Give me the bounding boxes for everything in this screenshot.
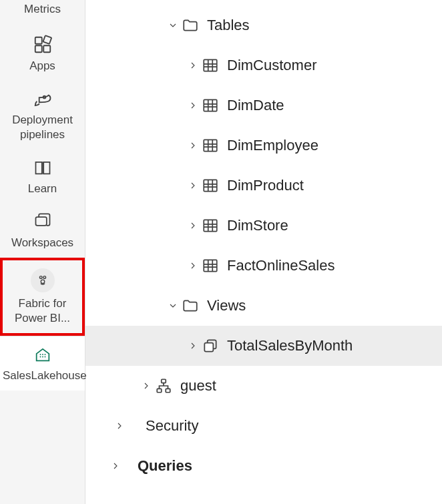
node-label: DimDate xyxy=(227,97,284,114)
sidebar-item-apps[interactable]: Apps xyxy=(0,27,85,81)
svg-rect-19 xyxy=(204,220,217,231)
sidebar-item-metrics[interactable]: Metrics xyxy=(0,0,85,27)
sidebar-item-label: Metrics xyxy=(24,2,61,16)
tree-node-table[interactable]: DimDate xyxy=(85,85,442,125)
svg-rect-20 xyxy=(204,260,217,271)
tree-node-security[interactable]: Security xyxy=(85,406,442,446)
table-icon xyxy=(200,97,220,114)
lakehouse-icon xyxy=(33,344,52,364)
svg-rect-2 xyxy=(43,45,50,52)
sidebar-item-deployment-pipelines[interactable]: Deployment pipelines xyxy=(0,81,85,150)
fabric-icon xyxy=(31,268,55,292)
node-label: FactOnlineSales xyxy=(227,257,335,274)
rocket-icon xyxy=(33,89,53,109)
tree-node-queries[interactable]: Queries xyxy=(85,446,442,486)
sidebar-item-saleslakehouse[interactable]: SalesLakehouse xyxy=(0,336,85,391)
sidebar-item-workspaces[interactable]: Workspaces xyxy=(0,204,85,258)
chevron-right-icon xyxy=(186,140,200,151)
chevron-right-icon xyxy=(186,60,200,71)
svg-rect-0 xyxy=(35,37,41,44)
chevron-right-icon xyxy=(139,381,154,391)
node-label: Views xyxy=(207,297,246,314)
chevron-down-icon xyxy=(166,20,180,31)
chevron-right-icon xyxy=(108,461,123,471)
table-icon xyxy=(200,57,220,74)
sidebar-item-label: Fabric for Power BI... xyxy=(5,296,79,325)
tree-node-table[interactable]: DimProduct xyxy=(85,166,442,206)
svg-point-6 xyxy=(39,276,42,279)
svg-rect-22 xyxy=(204,343,213,352)
tree-node-table[interactable]: DimStore xyxy=(85,206,442,246)
book-icon xyxy=(33,158,53,178)
svg-rect-25 xyxy=(166,389,170,392)
tree-node-tables[interactable]: Tables xyxy=(85,5,442,45)
svg-rect-5 xyxy=(35,217,46,226)
node-label: DimProduct xyxy=(227,177,304,194)
tree-node-view[interactable]: TotalSalesByMonth xyxy=(85,326,442,366)
explorer-tree: Tables DimCustomer DimDate DimEmployee D… xyxy=(85,0,442,504)
table-icon xyxy=(200,217,220,234)
svg-rect-24 xyxy=(157,389,162,392)
apps-icon xyxy=(33,35,53,55)
sidebar: Metrics Apps Deployment pipelines xyxy=(0,0,85,504)
chevron-right-icon xyxy=(186,180,200,191)
tree-node-table[interactable]: DimEmployee xyxy=(85,125,442,166)
chevron-right-icon xyxy=(112,421,127,431)
svg-rect-15 xyxy=(204,59,217,71)
workspaces-icon xyxy=(33,212,53,232)
svg-point-9 xyxy=(39,356,41,357)
svg-rect-17 xyxy=(204,140,217,151)
node-label: DimEmployee xyxy=(227,137,318,154)
folder-icon xyxy=(180,17,200,34)
chevron-right-icon xyxy=(186,340,200,351)
view-icon xyxy=(200,337,220,354)
table-icon xyxy=(200,177,220,194)
svg-point-7 xyxy=(43,276,45,279)
sidebar-item-label: Deployment pipelines xyxy=(3,113,82,142)
sidebar-item-label: Workspaces xyxy=(11,236,73,250)
sidebar-item-learn[interactable]: Learn xyxy=(0,150,85,204)
chevron-right-icon xyxy=(186,100,200,111)
sidebar-item-fabric-power-bi[interactable]: Fabric for Power BI... xyxy=(0,258,85,336)
table-icon xyxy=(200,137,220,154)
svg-rect-23 xyxy=(162,379,166,383)
node-label: Queries xyxy=(138,457,192,475)
svg-rect-16 xyxy=(204,99,217,111)
tree-node-table[interactable]: DimCustomer xyxy=(85,45,442,85)
svg-point-13 xyxy=(42,354,43,355)
node-label: TotalSalesByMonth xyxy=(227,337,353,354)
table-icon xyxy=(200,257,220,274)
node-label: DimStore xyxy=(227,217,288,234)
node-label: DimCustomer xyxy=(227,57,316,74)
tree-node-guest[interactable]: guest xyxy=(85,366,442,406)
svg-point-11 xyxy=(44,356,45,357)
sidebar-item-label: Learn xyxy=(28,182,57,196)
svg-point-12 xyxy=(39,354,41,355)
svg-point-8 xyxy=(41,280,45,284)
chevron-down-icon xyxy=(166,300,180,311)
node-label: Security xyxy=(146,417,198,435)
svg-rect-18 xyxy=(204,180,217,191)
svg-rect-1 xyxy=(35,45,41,52)
node-label: guest xyxy=(180,377,216,395)
folder-icon xyxy=(180,297,200,314)
tree-node-table[interactable]: FactOnlineSales xyxy=(85,246,442,286)
svg-point-10 xyxy=(42,356,43,357)
schema-icon xyxy=(154,377,174,395)
chevron-right-icon xyxy=(186,220,200,231)
sidebar-item-label: Apps xyxy=(29,59,55,73)
node-label: Tables xyxy=(207,17,250,34)
sidebar-item-label: SalesLakehouse xyxy=(3,368,82,383)
chevron-right-icon xyxy=(186,260,200,271)
svg-rect-3 xyxy=(43,35,51,44)
svg-point-14 xyxy=(44,354,45,355)
tree-node-views[interactable]: Views xyxy=(85,286,442,326)
